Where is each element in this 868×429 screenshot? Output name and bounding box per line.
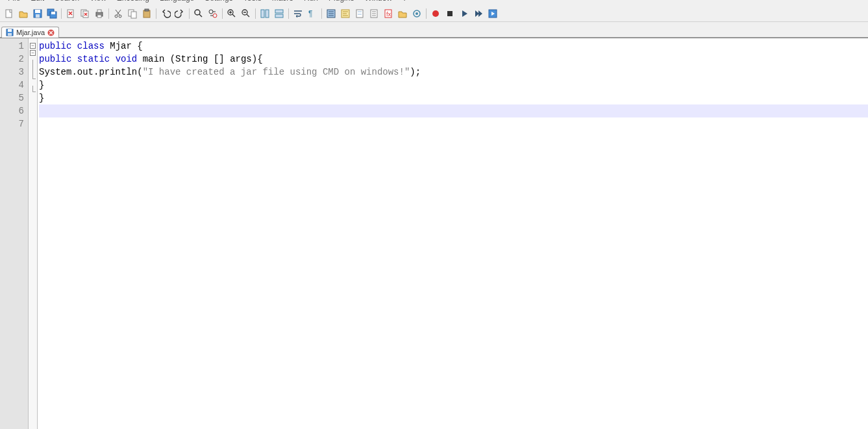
- menu-macro[interactable]: Macro: [267, 0, 299, 2]
- zoom-out-icon[interactable]: [240, 7, 253, 20]
- toolbar-separator: [321, 8, 322, 19]
- udl-icon[interactable]: [339, 7, 352, 20]
- toolbar-separator: [426, 8, 427, 19]
- svg-point-14: [119, 15, 121, 18]
- svg-rect-33: [358, 14, 362, 15]
- paste-icon[interactable]: [140, 7, 153, 20]
- svg-rect-12: [97, 15, 101, 18]
- code-line: public class Mjar {: [39, 40, 868, 53]
- code-line: }: [39, 79, 868, 92]
- line-number: 4: [0, 79, 24, 92]
- toolbar-separator: [61, 8, 62, 19]
- play-macro-icon[interactable]: [458, 7, 471, 20]
- svg-rect-0: [6, 10, 12, 18]
- svg-rect-17: [143, 10, 150, 18]
- disk-icon: [6, 29, 14, 36]
- code-line: }: [39, 92, 868, 104]
- menu-encoding[interactable]: Encoding: [112, 0, 155, 2]
- find-icon[interactable]: [192, 7, 205, 20]
- svg-rect-43: [8, 29, 12, 32]
- svg-rect-32: [358, 11, 362, 12]
- tab-mjar-java[interactable]: Mjar.java: [1, 27, 59, 38]
- new-file-icon[interactable]: [3, 7, 16, 20]
- cut-icon[interactable]: [112, 7, 125, 20]
- menu-edit[interactable]: Edit: [25, 0, 49, 2]
- replace-icon[interactable]: [206, 7, 219, 20]
- menu-run[interactable]: Run: [299, 0, 323, 2]
- menu-window[interactable]: Window: [359, 0, 397, 2]
- svg-rect-26: [275, 10, 283, 13]
- menu-file[interactable]: File: [3, 0, 25, 2]
- fold-toggle-icon[interactable]: −: [30, 43, 36, 49]
- svg-point-38: [415, 12, 418, 15]
- code-line: [39, 117, 868, 130]
- line-number: 5: [0, 92, 24, 104]
- code-line: public static void main (String [] args)…: [39, 53, 868, 66]
- wrap-icon[interactable]: [291, 7, 304, 20]
- undo-icon[interactable]: [159, 7, 172, 20]
- stop-macro-icon[interactable]: [443, 7, 456, 20]
- menu-language[interactable]: Language: [155, 0, 199, 2]
- sync-h-icon[interactable]: [273, 7, 286, 20]
- save-macro-icon[interactable]: [486, 7, 499, 20]
- svg-point-19: [195, 10, 200, 15]
- sync-v-icon[interactable]: [258, 7, 271, 20]
- zoom-in-icon[interactable]: [225, 7, 238, 20]
- tab-bar: Mjar.java: [0, 22, 868, 38]
- close-tab-icon[interactable]: [47, 29, 55, 36]
- line-number: 2: [0, 53, 24, 66]
- indent-guide-icon[interactable]: [325, 7, 338, 20]
- doc-list-icon[interactable]: [367, 7, 380, 20]
- func-list-icon[interactable]: fx: [382, 7, 395, 20]
- svg-rect-2: [35, 10, 40, 13]
- print-icon[interactable]: [93, 7, 106, 20]
- toolbar-separator: [189, 8, 190, 19]
- svg-rect-44: [8, 33, 12, 36]
- save-all-icon[interactable]: [45, 7, 58, 20]
- close-icon[interactable]: [64, 7, 77, 20]
- editor-area: 1 2 3 4 5 6 7 − − public class Mjar { pu…: [0, 38, 868, 429]
- svg-rect-16: [131, 12, 136, 18]
- line-number: 7: [0, 117, 24, 130]
- save-icon[interactable]: [31, 7, 44, 20]
- toolbar-separator: [222, 8, 223, 19]
- menu-plugins[interactable]: Plugins: [323, 0, 359, 2]
- fold-guide-end: [32, 73, 33, 79]
- menu-view[interactable]: View: [84, 0, 112, 2]
- close-all-icon[interactable]: [79, 7, 92, 20]
- play-multi-icon[interactable]: [472, 7, 485, 20]
- svg-rect-6: [51, 12, 55, 14]
- copy-icon[interactable]: [126, 7, 139, 20]
- code-area[interactable]: public class Mjar { public static void m…: [38, 38, 868, 429]
- tab-label: Mjar.java: [16, 29, 45, 36]
- line-gutter: 1 2 3 4 5 6 7: [0, 38, 29, 429]
- menu-tools[interactable]: Tools: [238, 0, 267, 2]
- svg-point-21: [213, 14, 217, 18]
- toolbar-separator: [108, 8, 109, 19]
- fold-toggle-icon[interactable]: −: [30, 50, 36, 56]
- svg-text:¶: ¶: [308, 9, 312, 18]
- svg-point-13: [115, 15, 118, 18]
- line-number: 1: [0, 40, 24, 53]
- monitor-icon[interactable]: [410, 7, 423, 20]
- svg-point-39: [432, 10, 439, 17]
- svg-text:fx: fx: [386, 11, 391, 18]
- svg-rect-24: [261, 10, 264, 18]
- doc-map-icon[interactable]: [353, 7, 366, 20]
- menu-settings[interactable]: Settings: [199, 0, 238, 2]
- svg-rect-25: [266, 10, 269, 18]
- svg-rect-27: [275, 14, 283, 18]
- whitespace-icon[interactable]: ¶: [306, 7, 319, 20]
- svg-rect-40: [447, 11, 453, 16]
- code-line: System.out.println("I have created a jar…: [39, 66, 868, 79]
- code-line-current: [39, 104, 868, 117]
- fold-guide: [32, 60, 33, 73]
- menu-search[interactable]: Search: [49, 0, 84, 2]
- folder-icon[interactable]: [396, 7, 409, 20]
- redo-icon[interactable]: [173, 7, 186, 20]
- toolbar-separator: [288, 8, 289, 19]
- open-file-icon[interactable]: [17, 7, 30, 20]
- record-macro-icon[interactable]: [429, 7, 442, 20]
- menu-help[interactable]: ?: [397, 0, 412, 2]
- svg-rect-11: [97, 10, 101, 12]
